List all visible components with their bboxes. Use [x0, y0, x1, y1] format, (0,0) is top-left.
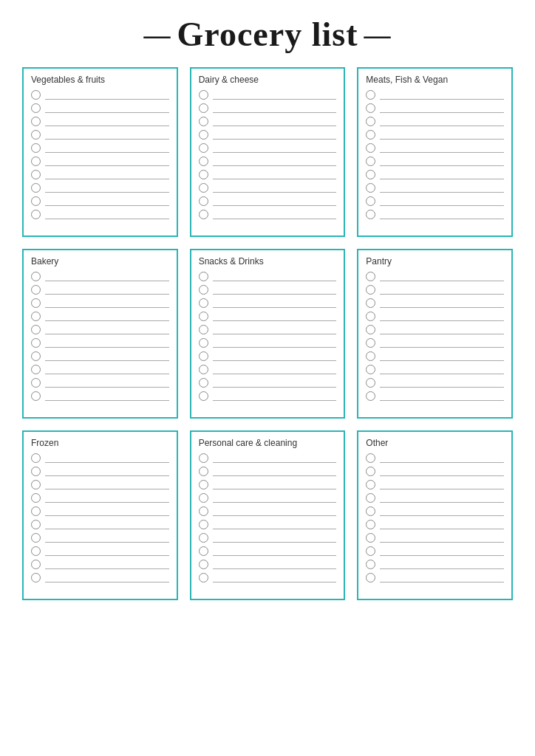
- checkbox-circle[interactable]: [199, 520, 208, 529]
- list-item[interactable]: [366, 453, 504, 464]
- list-item[interactable]: [366, 546, 504, 557]
- checkbox-circle[interactable]: [199, 480, 208, 489]
- checkbox-circle[interactable]: [366, 338, 375, 348]
- checkbox-circle[interactable]: [31, 453, 41, 463]
- checkbox-circle[interactable]: [366, 183, 375, 193]
- checkbox-circle[interactable]: [199, 533, 208, 543]
- checkbox-circle[interactable]: [199, 325, 208, 334]
- checkbox-circle[interactable]: [199, 467, 208, 476]
- checkbox-circle[interactable]: [199, 170, 208, 179]
- checkbox-circle[interactable]: [366, 285, 375, 295]
- checkbox-circle[interactable]: [31, 351, 41, 361]
- checkbox-circle[interactable]: [366, 520, 375, 529]
- list-item[interactable]: [31, 324, 169, 336]
- checkbox-circle[interactable]: [366, 170, 375, 179]
- checkbox-circle[interactable]: [31, 285, 41, 295]
- list-item[interactable]: [31, 89, 169, 101]
- list-item[interactable]: [366, 142, 504, 154]
- list-item[interactable]: [31, 377, 169, 389]
- checkbox-circle[interactable]: [31, 183, 41, 193]
- list-item[interactable]: [31, 479, 169, 491]
- checkbox-circle[interactable]: [199, 378, 208, 388]
- list-item[interactable]: [366, 559, 504, 571]
- list-item[interactable]: [199, 311, 337, 323]
- checkbox-circle[interactable]: [366, 365, 375, 374]
- checkbox-circle[interactable]: [366, 453, 375, 463]
- list-item[interactable]: [366, 156, 504, 168]
- checkbox-circle[interactable]: [31, 493, 41, 503]
- list-item[interactable]: [366, 116, 504, 128]
- list-item[interactable]: [31, 271, 169, 283]
- checkbox-circle[interactable]: [31, 546, 41, 556]
- checkbox-circle[interactable]: [366, 378, 375, 388]
- checkbox-circle[interactable]: [366, 391, 375, 401]
- checkbox-circle[interactable]: [366, 493, 375, 503]
- list-item[interactable]: [199, 324, 337, 336]
- list-item[interactable]: [31, 142, 169, 154]
- list-item[interactable]: [199, 116, 337, 128]
- checkbox-circle[interactable]: [199, 573, 208, 583]
- checkbox-circle[interactable]: [199, 546, 208, 556]
- checkbox-circle[interactable]: [31, 378, 41, 388]
- list-item[interactable]: [199, 453, 337, 464]
- list-item[interactable]: [31, 572, 169, 584]
- list-item[interactable]: [31, 116, 169, 128]
- list-item[interactable]: [31, 506, 169, 518]
- list-item[interactable]: [199, 142, 337, 154]
- checkbox-circle[interactable]: [199, 90, 208, 100]
- list-item[interactable]: [366, 324, 504, 336]
- list-item[interactable]: [199, 572, 337, 584]
- checkbox-circle[interactable]: [366, 467, 375, 476]
- list-item[interactable]: [199, 364, 337, 376]
- checkbox-circle[interactable]: [199, 130, 208, 140]
- checkbox-circle[interactable]: [31, 117, 41, 126]
- checkbox-circle[interactable]: [366, 546, 375, 556]
- list-item[interactable]: [199, 156, 337, 168]
- checkbox-circle[interactable]: [366, 351, 375, 361]
- checkbox-circle[interactable]: [366, 573, 375, 583]
- list-item[interactable]: [31, 103, 169, 114]
- list-item[interactable]: [31, 156, 169, 168]
- list-item[interactable]: [31, 391, 169, 402]
- checkbox-circle[interactable]: [366, 272, 375, 281]
- list-item[interactable]: [366, 351, 504, 362]
- checkbox-circle[interactable]: [199, 272, 208, 281]
- checkbox-circle[interactable]: [31, 103, 41, 113]
- checkbox-circle[interactable]: [31, 391, 41, 401]
- list-item[interactable]: [199, 532, 337, 544]
- list-item[interactable]: [31, 196, 169, 207]
- checkbox-circle[interactable]: [31, 520, 41, 529]
- list-item[interactable]: [366, 519, 504, 531]
- list-item[interactable]: [31, 129, 169, 141]
- list-item[interactable]: [366, 506, 504, 518]
- checkbox-circle[interactable]: [199, 298, 208, 308]
- checkbox-circle[interactable]: [366, 103, 375, 113]
- checkbox-circle[interactable]: [199, 391, 208, 401]
- checkbox-circle[interactable]: [366, 560, 375, 569]
- list-item[interactable]: [31, 311, 169, 323]
- list-item[interactable]: [199, 377, 337, 389]
- list-item[interactable]: [366, 169, 504, 181]
- checkbox-circle[interactable]: [199, 183, 208, 193]
- list-item[interactable]: [31, 492, 169, 504]
- list-item[interactable]: [366, 103, 504, 114]
- list-item[interactable]: [366, 364, 504, 376]
- list-item[interactable]: [366, 129, 504, 141]
- list-item[interactable]: [199, 182, 337, 194]
- list-item[interactable]: [31, 519, 169, 531]
- list-item[interactable]: [366, 572, 504, 584]
- checkbox-circle[interactable]: [31, 467, 41, 476]
- list-item[interactable]: [31, 559, 169, 571]
- checkbox-circle[interactable]: [366, 312, 375, 321]
- list-item[interactable]: [199, 492, 337, 504]
- list-item[interactable]: [199, 559, 337, 571]
- list-item[interactable]: [199, 337, 337, 349]
- list-item[interactable]: [366, 271, 504, 283]
- checkbox-circle[interactable]: [31, 480, 41, 489]
- list-item[interactable]: [199, 546, 337, 557]
- checkbox-circle[interactable]: [366, 117, 375, 126]
- list-item[interactable]: [366, 182, 504, 194]
- list-item[interactable]: [31, 532, 169, 544]
- list-item[interactable]: [366, 377, 504, 389]
- list-item[interactable]: [31, 169, 169, 181]
